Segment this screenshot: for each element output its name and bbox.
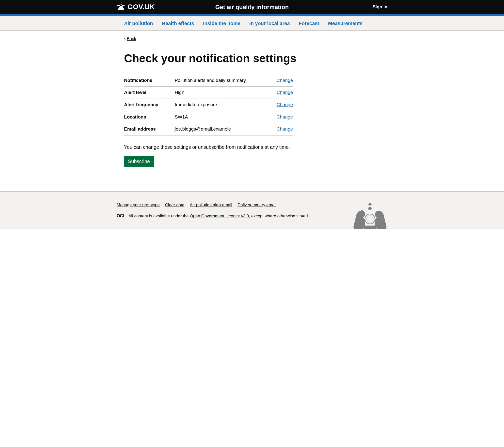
back-link-label: Back bbox=[127, 36, 136, 42]
svg-point-1 bbox=[367, 216, 373, 222]
summary-value: SW1A bbox=[175, 114, 259, 120]
svg-point-0 bbox=[365, 214, 375, 224]
royal-arms-icon bbox=[353, 202, 387, 229]
change-alert-frequency-link[interactable]: Change bbox=[277, 102, 293, 107]
nav-health-effects[interactable]: Health effects bbox=[162, 16, 194, 31]
nav-air-pollution[interactable]: Air pollution bbox=[124, 16, 153, 31]
licence-prefix: All content is available under the bbox=[128, 214, 190, 218]
nav-in-your-local-area[interactable]: In your local area bbox=[249, 16, 290, 31]
change-email-link[interactable]: Change bbox=[277, 126, 293, 132]
ogl-link[interactable]: Open Government Licence v3.0 bbox=[190, 214, 249, 218]
site-header: GOV.UK Get air quality information Sign … bbox=[0, 0, 504, 14]
crown-icon bbox=[117, 3, 126, 11]
summary-value: High bbox=[175, 89, 259, 96]
summary-key: Locations bbox=[124, 114, 175, 120]
footer-link-air-pollution-alert-email[interactable]: Air pollution alert email bbox=[190, 202, 232, 208]
sign-in-link[interactable]: Sign in bbox=[373, 4, 387, 10]
footer-link-daily-summary-email[interactable]: Daily summary email bbox=[237, 202, 276, 208]
govuk-logo-link[interactable]: GOV.UK bbox=[117, 2, 155, 11]
licence-suffix: , except where otherwise stated bbox=[249, 214, 308, 218]
govuk-logo-text: GOV.UK bbox=[127, 2, 155, 11]
change-alert-level-link[interactable]: Change bbox=[277, 90, 293, 95]
nav-measurements[interactable]: Measurements bbox=[328, 16, 362, 31]
summary-key: Alert frequency bbox=[124, 102, 175, 108]
footer-link-clear-data[interactable]: Clear data bbox=[165, 202, 184, 208]
summary-row-notifications: Notifications Pollution alerts and daily… bbox=[124, 74, 293, 87]
nav-forecast[interactable]: Forecast bbox=[299, 16, 319, 31]
change-locations-link[interactable]: Change bbox=[277, 114, 293, 120]
footer-licence: OGL All content is available under the O… bbox=[117, 213, 387, 219]
summary-key: Email address bbox=[124, 126, 175, 132]
summary-key: Notifications bbox=[124, 77, 175, 84]
site-footer: © Crown copyright Manage your prototype … bbox=[0, 191, 504, 229]
summary-row-locations: Locations SW1A Change bbox=[124, 111, 293, 123]
header-blue-bar bbox=[0, 14, 504, 16]
page-title: Check your notification settings bbox=[124, 52, 380, 65]
summary-value: Pollution alerts and daily summary bbox=[175, 77, 259, 84]
summary-row-alert-frequency: Alert frequency Immediate exposure Chang… bbox=[124, 99, 293, 111]
summary-row-alert-level: Alert level High Change bbox=[124, 86, 293, 99]
footer-links: Manage your prototype Clear data Air pol… bbox=[117, 202, 387, 208]
summary-row-email: Email address joe.bloggs@email.example C… bbox=[124, 123, 293, 136]
primary-nav: Air pollution Health effects Inside the … bbox=[0, 16, 504, 31]
summary-key: Alert level bbox=[124, 89, 175, 96]
change-notifications-link[interactable]: Change bbox=[277, 78, 293, 83]
subscribe-button[interactable]: Subscribe bbox=[124, 156, 154, 167]
summary-value: Immediate exposure bbox=[175, 102, 259, 108]
service-name: Get air quality information bbox=[215, 3, 289, 11]
summary-list: Notifications Pollution alerts and daily… bbox=[124, 74, 293, 136]
summary-value: joe.bloggs@email.example bbox=[175, 126, 259, 132]
footer-link-manage-prototype[interactable]: Manage your prototype bbox=[117, 202, 160, 208]
main-content: Back Check your notification settings No… bbox=[117, 31, 387, 181]
back-link[interactable]: Back bbox=[124, 35, 136, 42]
hint-text: You can change these settings or unsubsc… bbox=[124, 144, 380, 150]
nav-inside-the-home[interactable]: Inside the home bbox=[203, 16, 240, 31]
ogl-icon: OGL bbox=[117, 213, 126, 219]
